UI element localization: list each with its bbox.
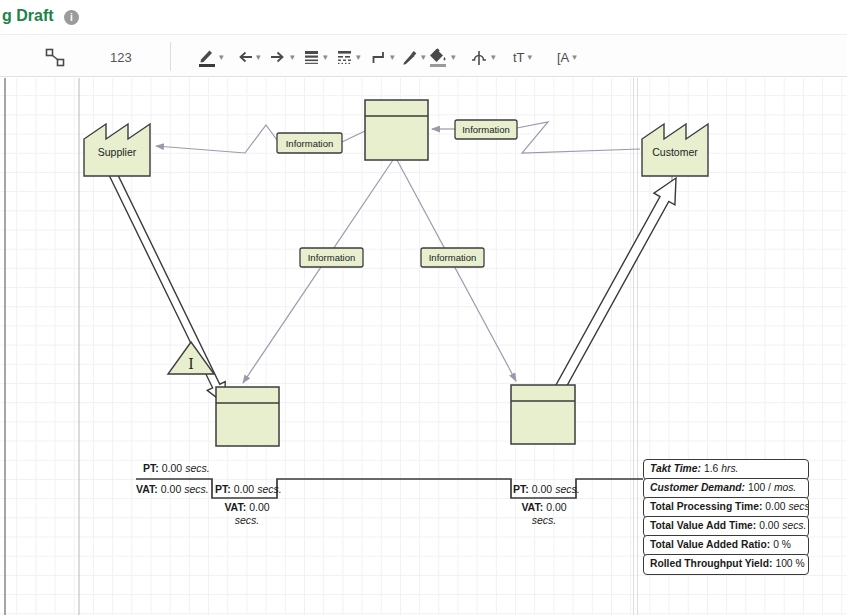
font-size-button[interactable]: tT ▾: [513, 44, 532, 70]
line-style-button[interactable]: ▾: [336, 44, 361, 70]
production-control-node[interactable]: [365, 100, 428, 160]
summary-row-customer-demand[interactable]: Customer Demand:100 /mos.: [643, 478, 809, 499]
header-bar: g Draft i: [0, 0, 847, 34]
information-label: Information: [308, 252, 356, 263]
caret-down-icon: ▾: [491, 52, 496, 62]
paintbrush-icon: [400, 48, 418, 66]
summary-row-rolled-throughput-yield[interactable]: Rolled Throughput Yield:100 %: [643, 554, 809, 575]
document-title[interactable]: g Draft: [2, 7, 54, 25]
shipment-arrow-customer[interactable]: [556, 178, 676, 390]
font-size-icon: tT: [513, 50, 525, 65]
diagram-canvas[interactable]: Supplier Customer Information Informatio…: [0, 78, 847, 615]
arrow-start-button[interactable]: ▾: [236, 44, 261, 70]
electronic-info-connector-supplier[interactable]: [156, 125, 277, 153]
arrow-left-icon: [236, 48, 253, 66]
line-style-icon: [336, 48, 353, 66]
toolbar: 123 ▾ ▾ ▾ ▾: [0, 34, 847, 77]
information-node-mid-left[interactable]: Information: [300, 248, 363, 267]
line-color-button[interactable]: ▾: [198, 44, 224, 70]
timeline-vat-label-2[interactable]: VAT:0.00 secs.: [217, 501, 277, 527]
information-label: Information: [286, 138, 334, 149]
inventory-label: I: [188, 356, 194, 372]
arrow-end-button[interactable]: ▾: [270, 44, 295, 70]
information-label: Information: [429, 252, 477, 263]
schedule-connector-right[interactable]: [397, 160, 516, 381]
caret-down-icon: ▾: [323, 52, 328, 62]
line-width-button[interactable]: ▾: [303, 44, 328, 70]
timeline-vat-label-1[interactable]: VAT:0.00secs.: [136, 483, 209, 496]
caret-down-icon: ▾: [528, 52, 533, 62]
vsm-summary-table[interactable]: Takt Time:1.6hrs. Customer Demand:100 /m…: [643, 459, 809, 575]
caret-down-icon: ▾: [451, 52, 456, 62]
text-style-button[interactable]: [A ▾: [557, 44, 577, 70]
information-node-top-right[interactable]: Information: [455, 120, 517, 139]
timeline-pt-label-1[interactable]: PT:0.00secs.: [143, 462, 210, 475]
line-jump-icon: [470, 48, 488, 66]
supplier-label: Supplier: [98, 146, 137, 158]
process-node-left[interactable]: [216, 387, 279, 446]
fill-bucket-icon: [428, 48, 448, 67]
timeline-pt-label-3[interactable]: PT:0.00secs.: [513, 483, 580, 496]
supplier-node[interactable]: Supplier: [84, 124, 150, 176]
summary-row-total-value-add-time[interactable]: Total Value Add Time:0.00secs.: [643, 516, 809, 537]
customer-node[interactable]: Customer: [642, 124, 708, 176]
connector-icon: [45, 48, 65, 67]
fill-color-button[interactable]: ▾: [428, 44, 456, 70]
info-icon[interactable]: i: [64, 10, 79, 25]
numbering-label: 123: [110, 50, 132, 65]
arrow-right-icon: [270, 48, 287, 66]
caret-down-icon: ▾: [390, 52, 395, 62]
summary-row-takt-time[interactable]: Takt Time:1.6hrs.: [643, 459, 809, 480]
line-jumps-button[interactable]: ▾: [470, 44, 496, 70]
caret-down-icon: ▾: [356, 52, 361, 62]
elbow-line-icon: [370, 48, 387, 66]
info-connector-left[interactable]: [342, 131, 365, 142]
electronic-info-connector-customer[interactable]: [517, 122, 640, 153]
format-painter-button[interactable]: ▾: [400, 44, 426, 70]
caret-down-icon: ▾: [290, 52, 295, 62]
summary-row-total-processing-time[interactable]: Total Processing Time:0.00secs.: [643, 497, 809, 518]
line-type-button[interactable]: ▾: [370, 44, 395, 70]
line-width-icon: [303, 48, 320, 66]
information-node-mid-right[interactable]: Information: [421, 248, 484, 267]
caret-down-icon: ▾: [421, 52, 426, 62]
summary-row-total-value-added-ratio[interactable]: Total Value Added Ratio:0 %: [643, 535, 809, 556]
numbering-button[interactable]: 123: [110, 44, 132, 70]
customer-label: Customer: [652, 146, 698, 158]
toolbar-divider: [170, 42, 171, 71]
pencil-icon: [198, 47, 216, 67]
timeline-vat-label-3[interactable]: VAT:0.00 secs.: [514, 501, 574, 527]
caret-down-icon: ▾: [219, 52, 224, 62]
text-style-icon: [A: [557, 50, 569, 65]
caret-down-icon: ▾: [256, 52, 261, 62]
information-label: Information: [462, 124, 510, 135]
shape-connector-button[interactable]: [45, 44, 65, 70]
timeline-pt-label-2[interactable]: PT:0.00secs.: [215, 483, 282, 496]
schedule-connector-left[interactable]: [243, 160, 393, 383]
caret-down-icon: ▾: [572, 52, 577, 62]
information-node-top-left[interactable]: Information: [277, 133, 342, 153]
process-node-right[interactable]: [511, 385, 575, 444]
